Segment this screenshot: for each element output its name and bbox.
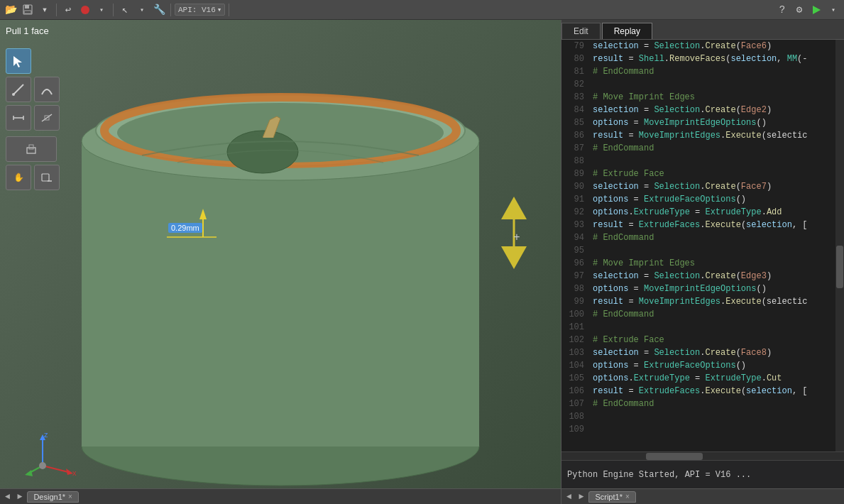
table-row: 93result = ExtrudeFaces.Execute(selectio… bbox=[561, 219, 844, 231]
table-row: 90selection = Selection.Create(Face7) bbox=[561, 180, 844, 193]
3d-model: + bbox=[0, 20, 561, 504]
table-row: 94# EndCommand bbox=[561, 231, 844, 244]
h-scroll-thumb[interactable] bbox=[646, 453, 703, 460]
table-row: 101 bbox=[561, 321, 844, 334]
dimension-label: 0.29mm bbox=[168, 223, 202, 233]
svg-point-3 bbox=[81, 6, 89, 14]
table-row: 92options.ExtrudeType = ExtrudeType.Add bbox=[561, 206, 844, 219]
axis-indicator: z x bbox=[21, 430, 78, 483]
open-icon[interactable]: 📂 bbox=[3, 2, 18, 18]
table-row: 85options = MoveImprintEdgeOptions() bbox=[561, 116, 844, 129]
svg-rect-19 bbox=[82, 141, 479, 447]
design-tab[interactable]: Design1* × bbox=[27, 491, 78, 503]
table-row: 84selection = Selection.Create(Edge2) bbox=[561, 104, 844, 116]
play-icon[interactable] bbox=[809, 2, 824, 18]
sep1 bbox=[56, 4, 57, 16]
svg-text:+: + bbox=[513, 231, 520, 243]
settings-icon[interactable]: ⚙ bbox=[791, 2, 807, 18]
script-tab[interactable]: Script1* × bbox=[588, 491, 635, 503]
main-toolbar: 📂 ▾ ↩ ▾ ↖ ▾ 🔧 API: V16 ▾ ? ⚙ ▾ bbox=[0, 0, 844, 20]
code-area: 79selection = Selection.Create(Face6)80r… bbox=[561, 40, 844, 451]
table-row: 104options = ExtrudeFaceOptions() bbox=[561, 359, 844, 372]
table-row: 91options = ExtrudeFaceOptions() bbox=[561, 193, 844, 206]
table-row: 99result = MoveImprintEdges.Execute(sele… bbox=[561, 295, 844, 308]
svg-point-41 bbox=[39, 462, 46, 469]
code-lines: 79selection = Selection.Create(Face6)80r… bbox=[561, 40, 844, 436]
api-version-dropdown[interactable]: API: V16 ▾ bbox=[175, 4, 225, 16]
table-row: 81# EndCommand bbox=[561, 65, 844, 78]
viewport-tab-prev[interactable]: ◄ bbox=[3, 492, 12, 502]
tab-replay[interactable]: Replay bbox=[602, 23, 652, 39]
horizontal-scrollbar[interactable] bbox=[561, 451, 844, 460]
save-dropdown-icon[interactable]: ▾ bbox=[37, 2, 53, 18]
viewport[interactable]: Pull 1 face bbox=[0, 20, 561, 504]
main-area: Pull 1 face bbox=[0, 20, 844, 504]
tools-icon[interactable]: 🔧 bbox=[151, 2, 167, 18]
play-dropdown[interactable]: ▾ bbox=[826, 2, 841, 18]
design-tab-close[interactable]: × bbox=[68, 493, 72, 500]
sep4 bbox=[229, 4, 229, 16]
bottom-tabs: ◄ ► Script1* × bbox=[561, 488, 844, 504]
undo-icon[interactable]: ↩ bbox=[60, 2, 76, 18]
table-row: 95 bbox=[561, 244, 844, 257]
svg-marker-4 bbox=[813, 6, 821, 14]
toolbar-right: ? ⚙ ▾ bbox=[774, 2, 841, 18]
scroll-thumb[interactable] bbox=[836, 246, 843, 288]
table-row: 87# EndCommand bbox=[561, 142, 844, 155]
table-row: 109 bbox=[561, 423, 844, 436]
table-row: 102# Extrude Face bbox=[561, 334, 844, 346]
table-row: 108 bbox=[561, 410, 844, 423]
tab-edit[interactable]: Edit bbox=[561, 23, 601, 39]
console-area: Python Engine Started, API = V16 ... bbox=[561, 460, 844, 488]
table-row: 89# Extrude Face bbox=[561, 168, 844, 180]
svg-text:z: z bbox=[44, 430, 48, 439]
table-row: 103selection = Selection.Create(Face8) bbox=[561, 346, 844, 359]
viewport-tab-next[interactable]: ► bbox=[15, 492, 24, 502]
save-icon[interactable] bbox=[20, 2, 35, 18]
table-row: 88 bbox=[561, 155, 844, 168]
table-row: 86result = MoveImprintEdges.Execute(sele… bbox=[561, 129, 844, 142]
svg-rect-2 bbox=[24, 11, 31, 13]
code-scroll[interactable]: 79selection = Selection.Create(Face6)80r… bbox=[561, 40, 844, 451]
stop-dropdown[interactable]: ▾ bbox=[94, 2, 109, 18]
viewport-tabs: ◄ ► Design1* × bbox=[0, 488, 561, 504]
script-tab-next[interactable]: ► bbox=[576, 492, 586, 502]
script-tab-close[interactable]: × bbox=[625, 493, 630, 500]
right-panel: Edit Replay 79selection = Selection.Crea… bbox=[561, 20, 844, 504]
table-row: 105options.ExtrudeType = ExtrudeType.Cut bbox=[561, 372, 844, 385]
svg-rect-1 bbox=[25, 5, 29, 9]
table-row: 82 bbox=[561, 78, 844, 91]
sep3 bbox=[170, 4, 171, 16]
stop-icon[interactable] bbox=[77, 2, 93, 18]
table-row: 100# EndCommand bbox=[561, 308, 844, 321]
select-dropdown[interactable]: ▾ bbox=[134, 2, 150, 18]
svg-marker-30 bbox=[501, 246, 527, 269]
svg-text:x: x bbox=[72, 469, 77, 477]
svg-marker-29 bbox=[501, 197, 527, 219]
table-row: 97selection = Selection.Create(Edge3) bbox=[561, 270, 844, 283]
help-icon[interactable]: ? bbox=[774, 2, 790, 18]
vertical-scrollbar[interactable] bbox=[835, 40, 844, 451]
table-row: 83# Move Imprint Edges bbox=[561, 91, 844, 104]
select-icon[interactable]: ↖ bbox=[117, 2, 133, 18]
table-row: 107# EndCommand bbox=[561, 398, 844, 410]
table-row: 80result = Shell.RemoveFaces(selection, … bbox=[561, 53, 844, 65]
table-row: 96# Move Imprint Edges bbox=[561, 257, 844, 270]
editor-tabs: Edit Replay bbox=[561, 20, 844, 40]
script-tab-prev[interactable]: ◄ bbox=[564, 492, 574, 502]
table-row: 79selection = Selection.Create(Face6) bbox=[561, 40, 844, 53]
sep2 bbox=[113, 4, 114, 16]
table-row: 106result = ExtrudeFaces.Execute(selecti… bbox=[561, 385, 844, 398]
svg-marker-40 bbox=[25, 470, 33, 476]
table-row: 98options = MoveImprintEdgeOptions() bbox=[561, 283, 844, 295]
